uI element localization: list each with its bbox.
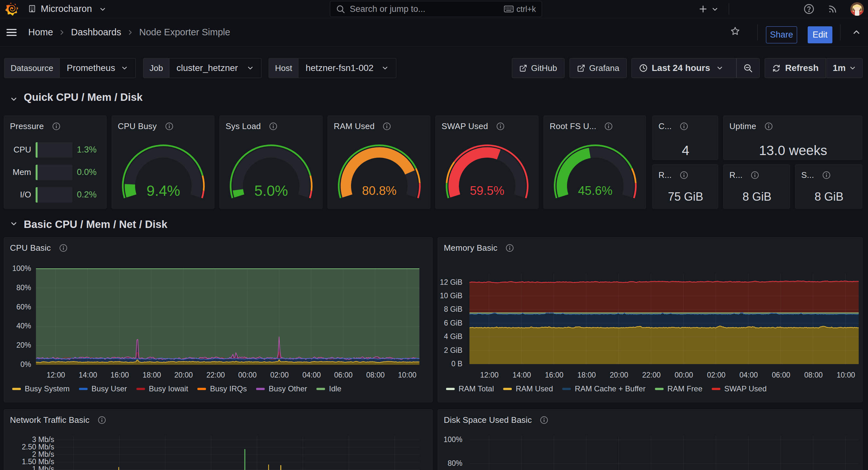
svg-text:59.5%: 59.5% — [470, 184, 504, 198]
svg-text:80.8%: 80.8% — [362, 184, 397, 198]
svg-text:45.6%: 45.6% — [578, 184, 613, 198]
svg-text:9.4%: 9.4% — [147, 182, 180, 199]
svg-text:5.0%: 5.0% — [254, 182, 288, 199]
